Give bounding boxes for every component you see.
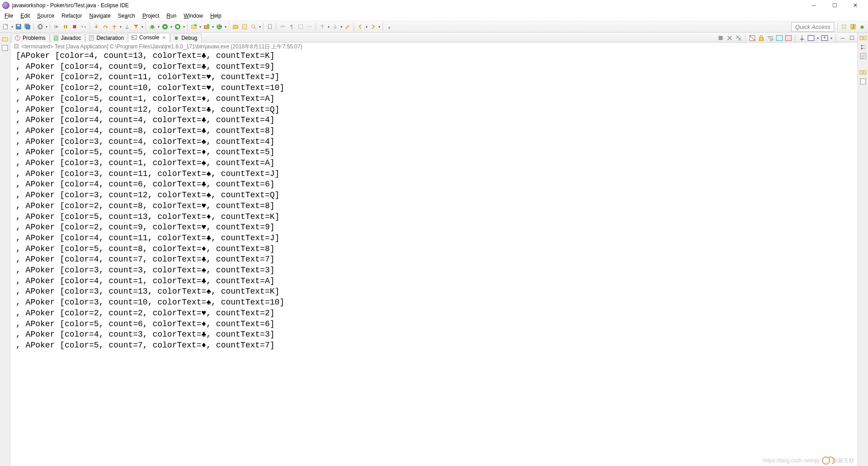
- menu-project[interactable]: Project: [139, 11, 163, 20]
- toggle-mark-button[interactable]: [265, 22, 274, 31]
- quick-access-input[interactable]: [791, 22, 834, 32]
- restore-view-icon[interactable]: [1, 35, 9, 43]
- svg-rect-26: [243, 24, 247, 29]
- tab-close-icon[interactable]: ✕: [162, 35, 166, 41]
- menu-search[interactable]: Search: [114, 11, 139, 20]
- new-java-project-button[interactable]: [189, 22, 198, 31]
- debug-button[interactable]: [148, 22, 157, 31]
- tab-console[interactable]: Console ✕: [128, 33, 170, 43]
- svg-rect-11: [73, 25, 76, 29]
- svg-text:@: @: [53, 35, 58, 41]
- debug-perspective-button[interactable]: [858, 22, 867, 31]
- svg-rect-53: [808, 35, 814, 40]
- new-java-package-button[interactable]: [202, 22, 211, 31]
- menu-file[interactable]: File: [1, 11, 17, 20]
- remove-all-launches-icon[interactable]: [735, 34, 743, 42]
- step-into-button[interactable]: [92, 22, 101, 31]
- debug-resume-button[interactable]: [52, 22, 61, 31]
- back-button[interactable]: [356, 22, 365, 31]
- restore-view-icon-2[interactable]: [859, 69, 867, 76]
- show-whitespace-button[interactable]: [305, 22, 314, 31]
- toggle-breadcrumb-button[interactable]: [278, 22, 287, 31]
- console-output[interactable]: [APoker [color=4, count=13, colorText=♣,…: [16, 51, 858, 466]
- toggle-whitespace-button[interactable]: ¶: [287, 22, 296, 31]
- menu-source[interactable]: Source: [33, 11, 58, 20]
- show-console-on-stdout-icon[interactable]: [775, 34, 783, 42]
- menu-run[interactable]: Run: [163, 11, 180, 20]
- svg-point-60: [861, 48, 863, 49]
- title-bar: javaworkshop - Poker/src/Test.java - Ecl…: [0, 0, 868, 11]
- search-button[interactable]: [249, 22, 258, 31]
- minimize-button[interactable]: ─: [803, 0, 824, 10]
- open-console-icon[interactable]: +: [821, 34, 829, 42]
- new-java-class-button[interactable]: C: [215, 22, 224, 31]
- terminate-icon[interactable]: [717, 34, 725, 42]
- task-list-view-icon[interactable]: [859, 52, 867, 60]
- minimized-outline-icon[interactable]: [859, 78, 867, 85]
- open-task-button[interactable]: [240, 22, 249, 31]
- step-return-button[interactable]: [110, 22, 119, 31]
- debug-icon: [173, 35, 179, 41]
- minimized-editor-icon[interactable]: [1, 44, 9, 52]
- problems-icon: !: [14, 35, 21, 41]
- show-console-on-stderr-icon[interactable]: [784, 34, 793, 42]
- drop-to-frame-button[interactable]: [123, 22, 132, 31]
- debug-disconnect-button[interactable]: [79, 22, 88, 31]
- java-perspective-button[interactable]: J: [849, 22, 858, 31]
- svg-rect-4: [26, 25, 30, 29]
- tab-label: Javadoc: [61, 35, 81, 41]
- open-perspective-button[interactable]: [840, 22, 849, 31]
- restore-view-icon[interactable]: [859, 34, 867, 42]
- pin-console-icon[interactable]: [798, 34, 806, 42]
- svg-rect-25: [233, 25, 238, 29]
- use-step-filters-button[interactable]: [132, 22, 141, 31]
- new-dropdown[interactable]: ▾: [10, 25, 14, 29]
- remove-launch-icon[interactable]: [726, 34, 734, 42]
- svg-point-20: [194, 24, 197, 26]
- minimize-view-icon[interactable]: ─: [839, 34, 847, 42]
- step-over-button[interactable]: [101, 22, 110, 31]
- toggle-block-selection-button[interactable]: [296, 22, 305, 31]
- svg-rect-39: [2, 38, 8, 41]
- display-selected-console-icon[interactable]: [807, 34, 815, 42]
- menu-refactor[interactable]: Refactor: [58, 11, 85, 20]
- tab-declaration[interactable]: Declaration: [85, 33, 128, 43]
- maximize-view-icon[interactable]: ☐: [848, 34, 856, 42]
- svg-marker-8: [56, 25, 58, 29]
- menu-navigate[interactable]: Navigate: [85, 11, 114, 20]
- svg-rect-50: [760, 38, 764, 41]
- pin-editor-button[interactable]: [385, 22, 394, 31]
- coverage-button[interactable]: [173, 22, 182, 31]
- tab-problems[interactable]: ! Problems: [11, 33, 50, 43]
- open-type-button[interactable]: [231, 22, 240, 31]
- debug-suspend-button[interactable]: [61, 22, 70, 31]
- declaration-icon: [88, 35, 94, 41]
- tab-debug[interactable]: Debug: [170, 33, 201, 43]
- save-all-button[interactable]: [23, 22, 32, 31]
- last-edit-button[interactable]: [343, 22, 352, 31]
- new-button[interactable]: [1, 22, 10, 31]
- console-process-line: <terminated> Test [Java Application] C:\…: [10, 43, 858, 51]
- forward-button[interactable]: [368, 22, 377, 31]
- close-button[interactable]: ✕: [845, 0, 866, 10]
- debug-terminate-button[interactable]: [70, 22, 79, 31]
- svg-rect-35: [844, 27, 846, 29]
- save-button[interactable]: [14, 22, 23, 31]
- prev-annotation-button[interactable]: [330, 22, 340, 31]
- scroll-lock-icon[interactable]: [757, 34, 765, 42]
- tab-label: Problems: [23, 35, 46, 41]
- word-wrap-icon[interactable]: [766, 34, 774, 42]
- browser-button[interactable]: [36, 22, 45, 31]
- tab-javadoc[interactable]: @ Javadoc: [50, 33, 85, 43]
- run-button[interactable]: [160, 22, 170, 31]
- svg-point-27: [252, 25, 255, 28]
- outline-view-icon[interactable]: [859, 43, 867, 51]
- clear-console-icon[interactable]: [748, 34, 756, 42]
- svg-rect-32: [842, 24, 844, 26]
- menu-help[interactable]: Help: [207, 11, 225, 20]
- next-annotation-button[interactable]: [318, 22, 327, 31]
- menu-window[interactable]: Window: [180, 11, 207, 20]
- maximize-button[interactable]: ☐: [824, 0, 845, 10]
- menu-edit[interactable]: Edit: [17, 11, 33, 20]
- console-icon: [131, 34, 137, 41]
